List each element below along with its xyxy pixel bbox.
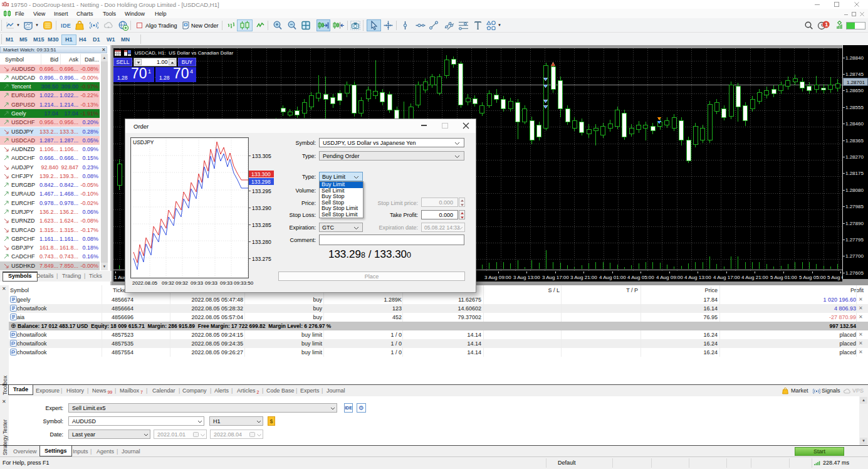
svg-text:1: 1 (825, 21, 828, 28)
